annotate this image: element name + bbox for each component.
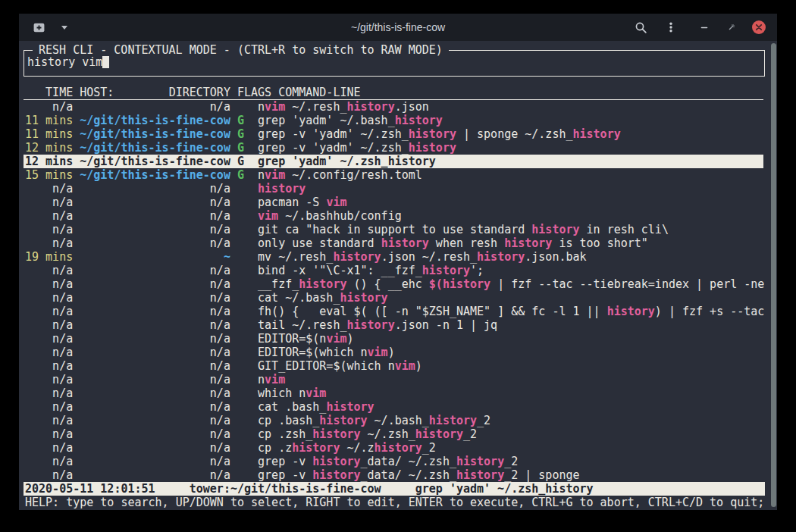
row-time: n/a — [25, 305, 73, 318]
table-row[interactable]: n/a n/a cp .zhistory ~/.zhistory_2 — [24, 441, 763, 455]
table-row[interactable]: n/a n/a which nvim — [24, 386, 763, 400]
row-time: n/a — [25, 236, 73, 250]
row-directory: n/a — [80, 359, 230, 373]
table-row[interactable]: n/a n/a __fzf_history () { __ehc $(histo… — [24, 277, 763, 291]
table-row[interactable]: n/a n/a cat .bash_history — [24, 400, 763, 414]
table-row[interactable]: n/a n/a nvim — [24, 373, 763, 386]
row-flags: G — [237, 127, 244, 141]
row-command: __fzf_history () { __ehc $(history | fzf… — [258, 277, 764, 291]
row-flags — [237, 250, 244, 264]
table-row[interactable]: n/a n/a cat ~/.bash_history — [24, 291, 763, 305]
row-time: n/a — [25, 332, 73, 346]
row-flags — [237, 223, 244, 236]
table-row[interactable]: 15 mins ~/git/this-is-fine-cow G nvim ~/… — [24, 168, 763, 182]
row-directory: n/a — [80, 386, 230, 400]
row-time: n/a — [25, 455, 73, 468]
titlebar: ~/git/this-is-fine-cow — [19, 14, 777, 41]
row-command: pacman -S vim — [258, 196, 346, 209]
row-command: which nvim — [258, 386, 326, 400]
row-command: grep -v history_data/ ~/.zsh_history_2 — [258, 455, 518, 468]
close-icon[interactable] — [748, 14, 769, 41]
row-flags — [237, 100, 244, 114]
row-time: n/a — [25, 291, 73, 305]
row-command: nvim ~/.resh_history.json — [258, 100, 429, 114]
row-time: n/a — [25, 264, 73, 277]
row-command: grep -v 'yadm' ~/.zsh_history — [258, 141, 456, 155]
row-time: 11 mins — [25, 114, 73, 127]
search-icon[interactable] — [630, 14, 651, 41]
kebab-menu-icon[interactable] — [660, 14, 682, 41]
row-time: 11 mins — [25, 127, 73, 141]
row-command: nvim ~/.config/resh.toml — [258, 168, 422, 182]
row-directory: ~ — [80, 250, 230, 264]
row-flags — [237, 427, 244, 441]
row-flags — [237, 236, 244, 250]
row-directory: n/a — [80, 277, 230, 291]
row-command: fh() { eval $( ([ -n "$ZSH_NAME" ] && fc… — [258, 305, 764, 318]
row-directory: n/a — [80, 441, 230, 455]
row-directory: n/a — [80, 468, 230, 482]
row-directory: ~/git/this-is-fine-cow — [80, 168, 230, 182]
table-row[interactable]: n/a n/a bind -x '"\C-x1": __fzf_history'… — [24, 264, 763, 277]
row-time: 15 mins — [25, 168, 73, 182]
scrollbar[interactable] — [771, 43, 776, 507]
table-row[interactable]: n/a n/a tail ~/.resh_history.json -n 1 |… — [24, 318, 763, 332]
table-row[interactable]: n/a n/a cp .bash_history ~/.bash_history… — [24, 414, 763, 427]
row-directory: n/a — [80, 100, 230, 114]
table-row[interactable]: n/a n/a vim ~/.bashhub/config — [24, 209, 763, 223]
table-row[interactable]: n/a n/a EDITOR=$(nvim) — [24, 332, 763, 346]
row-time: n/a — [25, 373, 73, 386]
row-command: cp .zhistory ~/.zhistory_2 — [258, 441, 436, 455]
row-command: cp .zsh_history ~/.zsh_history_2 — [258, 427, 477, 441]
row-flags: G — [237, 141, 244, 155]
row-command: cp .bash_history ~/.bash_history_2 — [258, 414, 490, 427]
row-time: n/a — [25, 223, 73, 236]
row-directory: n/a — [80, 196, 230, 209]
row-flags — [237, 182, 244, 196]
row-flags: G — [237, 155, 244, 168]
table-row[interactable]: 12 mins ~/git/this-is-fine-cow G grep -v… — [24, 141, 763, 155]
table-row[interactable]: 11 mins ~/git/this-is-fine-cow G grep -v… — [24, 127, 763, 141]
row-directory: n/a — [80, 223, 230, 236]
search-input[interactable]: history vim — [27, 55, 109, 69]
row-time: n/a — [25, 196, 73, 209]
row-time: n/a — [25, 318, 73, 332]
row-time: n/a — [25, 427, 73, 441]
row-flags — [237, 346, 244, 359]
table-row[interactable]: n/a n/a cp .zsh_history ~/.zsh_history_2 — [24, 427, 763, 441]
history-rows: n/a n/a nvim ~/.resh_history.json11 mins… — [24, 100, 763, 482]
table-row[interactable]: n/a n/a fh() { eval $( ([ -n "$ZSH_NAME"… — [24, 305, 763, 318]
row-flags — [237, 414, 244, 427]
table-row[interactable]: n/a n/a nvim ~/.resh_history.json — [24, 100, 763, 114]
row-directory: n/a — [80, 455, 230, 468]
table-row[interactable]: n/a n/a EDITOR=$(which nvim) — [24, 346, 763, 359]
row-command: cat .bash_history — [258, 400, 374, 414]
row-command: nvim — [258, 373, 285, 386]
row-flags — [237, 373, 244, 386]
row-directory: n/a — [80, 400, 230, 414]
table-row[interactable]: n/a n/a only use standard history when r… — [24, 236, 763, 250]
row-flags — [237, 209, 244, 223]
table-row[interactable]: n/a n/a grep -v history_data/ ~/.zsh_his… — [24, 468, 763, 482]
row-time: n/a — [25, 386, 73, 400]
table-row-selected[interactable]: 12 mins ~/git/this-is-fine-cow G grep 'y… — [24, 155, 763, 168]
row-directory: n/a — [80, 264, 230, 277]
table-row[interactable]: n/a n/a history — [24, 182, 763, 196]
row-command: git ca "hack in support to use standard … — [258, 223, 669, 236]
row-command: grep 'yadm' ~/.zsh_history — [258, 155, 436, 168]
table-row[interactable]: 19 mins ~ mv ~/.resh_history.json ~/.res… — [24, 250, 763, 264]
row-directory: n/a — [80, 209, 230, 223]
terminal-window: ~/git/this-is-fine-cow RESH CLI - CONTEX… — [19, 14, 777, 510]
table-row[interactable]: 11 mins ~/git/this-is-fine-cow G grep 'y… — [24, 114, 763, 127]
table-row[interactable]: n/a n/a grep -v history_data/ ~/.zsh_his… — [24, 455, 763, 468]
restore-icon[interactable] — [721, 14, 742, 41]
table-row[interactable]: n/a n/a GIT_EDITOR=$(which nvim) — [24, 359, 763, 373]
row-time: n/a — [25, 400, 73, 414]
row-time: n/a — [25, 277, 73, 291]
row-command: mv ~/.resh_history.json ~/.resh_history.… — [258, 250, 587, 264]
table-row[interactable]: n/a n/a git ca "hack in support to use s… — [24, 223, 763, 236]
row-command: EDITOR=$(nvim) — [258, 332, 353, 346]
table-row[interactable]: n/a n/a pacman -S vim — [24, 196, 763, 209]
minimize-icon[interactable] — [694, 14, 715, 41]
row-directory: n/a — [80, 291, 230, 305]
